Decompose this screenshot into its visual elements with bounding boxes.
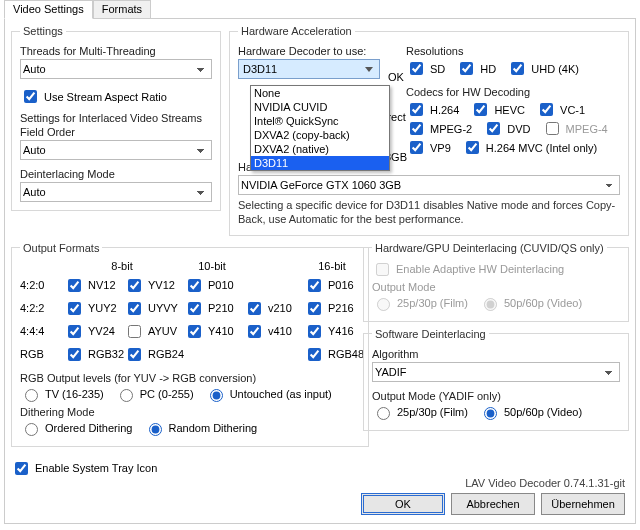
checkbox-rgb32[interactable]: RGB32 <box>64 345 112 364</box>
legend-sw-deinterlace: Software Deinterlacing <box>372 328 489 340</box>
button-cancel[interactable]: Abbrechen <box>451 493 535 515</box>
radio-ordered-dither[interactable]: Ordered Dithering <box>20 420 132 436</box>
dropdown-item[interactable]: DXVA2 (copy-back) <box>251 128 389 142</box>
legend-output-formats: Output Formats <box>20 242 102 254</box>
dropdown-item[interactable]: NVIDIA CUVID <box>251 100 389 114</box>
button-ok[interactable]: OK <box>361 493 445 515</box>
group-hw-deinterlace: Hardware/GPU Deinterlacing (CUVID/QS onl… <box>363 242 629 322</box>
label-codecs: Codecs for HW Decoding <box>406 86 620 98</box>
label-threads: Threads for Multi-Threading <box>20 45 212 57</box>
dropdown-hw-decoder-list[interactable]: None NVIDIA CUVID Intel® QuickSync DXVA2… <box>250 85 390 171</box>
tab-formats[interactable]: Formats <box>93 0 151 18</box>
label-dither: Dithering Mode <box>20 406 360 418</box>
radio-hw-video: 50p/60p (Video) <box>479 295 582 311</box>
checkbox-codec-hevc[interactable]: HEVC <box>470 100 525 119</box>
row-422: 4:2:2 <box>20 302 60 314</box>
select-deint-mode[interactable]: Auto <box>20 182 212 202</box>
label-deint-mode: Deinterlacing Mode <box>20 168 212 180</box>
checkbox-res-uhd[interactable]: UHD (4K) <box>507 59 579 78</box>
radio-untouched[interactable]: Untouched (as input) <box>205 386 332 402</box>
select-threads[interactable]: Auto <box>20 59 212 79</box>
hdr-10bit: 10-bit <box>184 260 240 272</box>
row-rgb: RGB <box>20 348 60 360</box>
label-hw-decoder: Hardware Decoder to use: <box>238 45 398 57</box>
checkbox-codec-dvd[interactable]: DVD <box>483 119 530 138</box>
label-rgb-levels: RGB Output levels (for YUV -> RGB conver… <box>20 372 360 384</box>
checkbox-v410[interactable]: v410 <box>244 322 292 341</box>
group-sw-deinterlace: Software Deinterlacing Algorithm YADIF O… <box>363 328 629 431</box>
group-settings: Settings Threads for Multi-Threading Aut… <box>11 25 221 211</box>
row-444: 4:4:4 <box>20 325 60 337</box>
checkbox-codec-mpeg4[interactable]: MPEG-4 <box>542 119 608 138</box>
checkbox-uyvy[interactable]: UYVY <box>124 299 172 318</box>
checkbox-aspect-ratio[interactable]: Use Stream Aspect Ratio <box>20 87 167 106</box>
checkbox-y416[interactable]: Y416 <box>304 322 352 341</box>
checkbox-p010[interactable]: P010 <box>184 276 232 295</box>
radio-pc[interactable]: PC (0-255) <box>115 386 194 402</box>
checkbox-yuy2[interactable]: YUY2 <box>64 299 112 318</box>
checkbox-nv12[interactable]: NV12 <box>64 276 112 295</box>
radio-sw-video[interactable]: 50p/60p (Video) <box>479 404 582 420</box>
label-interlaced-header: Settings for Interlaced Video Streams <box>20 112 212 124</box>
checkbox-yv12[interactable]: YV12 <box>124 276 172 295</box>
checkbox-ayuv[interactable]: AYUV <box>124 322 172 341</box>
dropdown-item[interactable]: None <box>251 86 389 100</box>
dropdown-item[interactable]: DXVA2 (native) <box>251 142 389 156</box>
checkbox-codec-h264mvc[interactable]: H.264 MVC (Intel only) <box>462 138 597 157</box>
checkbox-rgb24[interactable]: RGB24 <box>124 345 172 364</box>
label-sw-outmode: Output Mode (YADIF only) <box>372 390 620 402</box>
checkbox-codec-vp9[interactable]: VP9 <box>406 138 451 157</box>
checkbox-codec-vc1[interactable]: VC-1 <box>536 100 585 119</box>
checkbox-tray-icon[interactable]: Enable System Tray Icon <box>11 459 157 478</box>
dropdown-item-selected[interactable]: D3D11 <box>251 156 389 170</box>
label-ok-fragment: OK <box>388 71 404 83</box>
button-apply[interactable]: Übernehmen <box>541 493 625 515</box>
dropdown-item[interactable]: Intel® QuickSync <box>251 114 389 128</box>
radio-random-dither[interactable]: Random Dithering <box>144 420 258 436</box>
checkbox-res-hd[interactable]: HD <box>456 59 496 78</box>
legend-hwaccel: Hardware Acceleration <box>238 25 355 37</box>
select-hw-decoder[interactable]: D3D11 <box>238 59 380 79</box>
hdr-16bit: 16-bit <box>304 260 360 272</box>
checkbox-yv24[interactable]: YV24 <box>64 322 112 341</box>
hdr-8bit: 8-bit <box>64 260 180 272</box>
label-field-order: Field Order <box>20 126 212 138</box>
checkbox-p016[interactable]: P016 <box>304 276 352 295</box>
checkbox-res-sd[interactable]: SD <box>406 59 445 78</box>
checkbox-codec-mpeg2[interactable]: MPEG-2 <box>406 119 472 138</box>
note-hw-device: Selecting a specific device for D3D11 di… <box>238 199 620 227</box>
legend-settings: Settings <box>20 25 66 37</box>
select-sw-algo[interactable]: YADIF <box>372 362 620 382</box>
page-video-settings: Settings Threads for Multi-Threading Aut… <box>4 18 636 524</box>
radio-hw-film: 25p/30p (Film) <box>372 295 468 311</box>
checkbox-y410[interactable]: Y410 <box>184 322 232 341</box>
checkbox-v210[interactable]: v210 <box>244 299 292 318</box>
select-hw-device[interactable]: NVIDIA GeForce GTX 1060 3GB <box>238 175 620 195</box>
radio-tv[interactable]: TV (16-235) <box>20 386 104 402</box>
label-hw-outmode: Output Mode <box>372 281 620 293</box>
radio-sw-film[interactable]: 25p/30p (Film) <box>372 404 468 420</box>
checkbox-p210[interactable]: P210 <box>184 299 232 318</box>
label-version: LAV Video Decoder 0.74.1.31-git <box>465 477 625 489</box>
label-resolutions: Resolutions <box>406 45 620 57</box>
legend-hw-deinterlace: Hardware/GPU Deinterlacing (CUVID/QS onl… <box>372 242 607 254</box>
checkbox-enable-hw-deint: Enable Adaptive HW Deinterlacing <box>372 260 564 279</box>
select-field-order[interactable]: Auto <box>20 140 212 160</box>
checkbox-p216[interactable]: P216 <box>304 299 352 318</box>
row-420: 4:2:0 <box>20 279 60 291</box>
group-output-formats: Output Formats 8-bit 10-bit 16-bit 4:2:0… <box>11 242 369 447</box>
checkbox-codec-h264[interactable]: H.264 <box>406 100 459 119</box>
checkbox-rgb48[interactable]: RGB48 <box>304 345 352 364</box>
tab-video-settings[interactable]: Video Settings <box>4 0 93 19</box>
label-sw-algo: Algorithm <box>372 348 620 360</box>
